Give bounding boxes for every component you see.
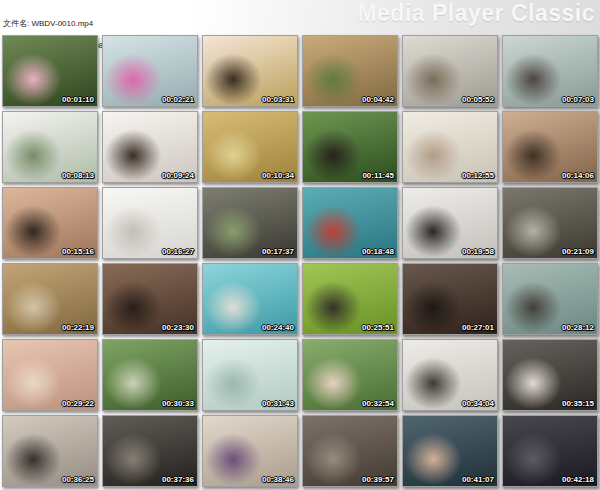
video-thumbnail: 00:03:31 bbox=[202, 35, 298, 107]
timestamp-label: 00:28:12 bbox=[562, 323, 594, 332]
video-thumbnail: 00:15:16 bbox=[2, 187, 98, 259]
timestamp-label: 00:09:24 bbox=[162, 171, 194, 180]
video-thumbnail: 00:12:55 bbox=[402, 111, 498, 183]
timestamp-label: 00:42:18 bbox=[562, 475, 594, 484]
timestamp-label: 00:16:27 bbox=[162, 247, 194, 256]
timestamp-label: 00:36:25 bbox=[62, 475, 94, 484]
video-thumbnail: 00:21:09 bbox=[502, 187, 598, 259]
timestamp-label: 00:05:52 bbox=[462, 95, 494, 104]
timestamp-label: 00:38:46 bbox=[262, 475, 294, 484]
timestamp-label: 00:14:06 bbox=[562, 171, 594, 180]
video-thumbnail: 00:37:36 bbox=[102, 415, 198, 487]
video-thumbnail: 00:34:04 bbox=[402, 339, 498, 411]
thumbnail-grid: 00:01:10 00:02:21 00:03:31 00:04:42 00:0… bbox=[0, 34, 600, 489]
video-thumbnail: 00:11:45 bbox=[302, 111, 398, 183]
video-thumbnail: 00:35:15 bbox=[502, 339, 598, 411]
video-thumbnail: 00:17:37 bbox=[202, 187, 298, 259]
timestamp-label: 00:39:57 bbox=[362, 475, 394, 484]
timestamp-label: 00:01:10 bbox=[62, 95, 94, 104]
video-thumbnail: 00:23:30 bbox=[102, 263, 198, 335]
video-thumbnail: 00:36:25 bbox=[2, 415, 98, 487]
timestamp-label: 00:27:01 bbox=[462, 323, 494, 332]
timestamp-label: 00:18:48 bbox=[362, 247, 394, 256]
timestamp-label: 00:29:22 bbox=[62, 399, 94, 408]
media-player-classic-logo: Media Player Classic bbox=[357, 0, 595, 27]
timestamp-label: 00:02:21 bbox=[162, 95, 194, 104]
timestamp-label: 00:08:13 bbox=[62, 171, 94, 180]
video-thumbnail: 00:39:57 bbox=[302, 415, 398, 487]
timestamp-label: 00:37:36 bbox=[162, 475, 194, 484]
sheet-header: 文件名: WBDV-0010.mp4 文件大小: 700 MB (7346308… bbox=[0, 0, 600, 34]
video-thumbnail: 00:07:03 bbox=[502, 35, 598, 107]
video-thumbnail: 00:16:27 bbox=[102, 187, 198, 259]
video-thumbnail: 00:27:01 bbox=[402, 263, 498, 335]
timestamp-label: 00:17:37 bbox=[262, 247, 294, 256]
file-name-line: 文件名: WBDV-0010.mp4 bbox=[3, 20, 133, 27]
timestamp-label: 00:10:34 bbox=[262, 171, 294, 180]
timestamp-label: 00:31:43 bbox=[262, 399, 294, 408]
video-thumbnail: 00:14:06 bbox=[502, 111, 598, 183]
video-thumbnail: 00:04:42 bbox=[302, 35, 398, 107]
video-thumbnail: 00:09:24 bbox=[102, 111, 198, 183]
video-thumbnail: 00:25:51 bbox=[302, 263, 398, 335]
video-thumbnail: 00:19:58 bbox=[402, 187, 498, 259]
video-thumbnail: 00:18:48 bbox=[302, 187, 398, 259]
timestamp-label: 00:24:40 bbox=[262, 323, 294, 332]
timestamp-label: 00:19:58 bbox=[462, 247, 494, 256]
timestamp-label: 00:04:42 bbox=[362, 95, 394, 104]
timestamp-label: 00:32:54 bbox=[362, 399, 394, 408]
timestamp-label: 00:21:09 bbox=[562, 247, 594, 256]
timestamp-label: 00:07:03 bbox=[562, 95, 594, 104]
video-thumbnail: 00:41:07 bbox=[402, 415, 498, 487]
timestamp-label: 00:25:51 bbox=[362, 323, 394, 332]
video-thumbnail: 00:32:54 bbox=[302, 339, 398, 411]
video-thumbnail: 00:02:21 bbox=[102, 35, 198, 107]
video-thumbnail: 00:38:46 bbox=[202, 415, 298, 487]
timestamp-label: 00:30:33 bbox=[162, 399, 194, 408]
timestamp-label: 00:23:30 bbox=[162, 323, 194, 332]
thumbnail-sheet: 文件名: WBDV-0010.mp4 文件大小: 700 MB (7346308… bbox=[0, 0, 600, 490]
video-thumbnail: 00:31:43 bbox=[202, 339, 298, 411]
video-thumbnail: 00:29:22 bbox=[2, 339, 98, 411]
timestamp-label: 00:12:55 bbox=[462, 171, 494, 180]
video-thumbnail: 00:22:19 bbox=[2, 263, 98, 335]
timestamp-label: 00:22:19 bbox=[62, 323, 94, 332]
video-thumbnail: 00:24:40 bbox=[202, 263, 298, 335]
timestamp-label: 00:41:07 bbox=[462, 475, 494, 484]
video-thumbnail: 00:30:33 bbox=[102, 339, 198, 411]
timestamp-label: 00:35:15 bbox=[562, 399, 594, 408]
video-thumbnail: 00:05:52 bbox=[402, 35, 498, 107]
timestamp-label: 00:11:45 bbox=[362, 171, 394, 180]
video-thumbnail: 00:01:10 bbox=[2, 35, 98, 107]
video-thumbnail: 00:10:34 bbox=[202, 111, 298, 183]
timestamp-label: 00:34:04 bbox=[462, 399, 494, 408]
timestamp-label: 00:15:16 bbox=[62, 247, 94, 256]
video-thumbnail: 00:08:13 bbox=[2, 111, 98, 183]
video-thumbnail: 00:42:18 bbox=[502, 415, 598, 487]
video-thumbnail: 00:28:12 bbox=[502, 263, 598, 335]
timestamp-label: 00:03:31 bbox=[262, 95, 294, 104]
